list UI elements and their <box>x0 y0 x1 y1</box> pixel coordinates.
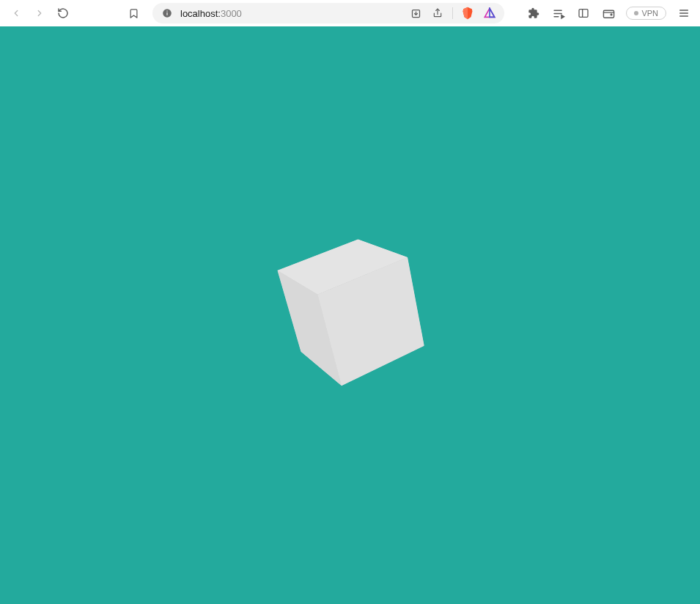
svg-rect-13 <box>603 10 614 18</box>
extensions-icon[interactable] <box>526 6 541 21</box>
svg-marker-6 <box>490 8 495 17</box>
menu-button[interactable] <box>677 6 691 21</box>
bookmark-button[interactable] <box>126 6 141 21</box>
address-bar[interactable]: localhost:3000 <box>152 3 504 23</box>
vpn-label: VPN <box>641 9 658 18</box>
url-text: localhost:3000 <box>180 8 402 19</box>
url-host: localhost: <box>180 8 221 19</box>
wallet-icon[interactable] <box>601 6 616 21</box>
svg-marker-10 <box>561 15 564 18</box>
svg-rect-11 <box>579 10 588 18</box>
vpn-button[interactable]: VPN <box>626 7 666 20</box>
address-bar-actions <box>408 6 497 21</box>
toolbar-divider <box>452 7 453 19</box>
nav-group <box>9 6 70 21</box>
playlist-icon[interactable] <box>551 6 566 21</box>
svg-rect-2 <box>166 11 167 12</box>
brave-shields-icon[interactable] <box>460 6 475 21</box>
cube-container <box>284 242 416 374</box>
sidebar-icon[interactable] <box>576 6 591 21</box>
toolbar-right: VPN <box>526 6 691 21</box>
site-info-icon[interactable] <box>160 6 174 21</box>
share-icon[interactable] <box>430 6 445 21</box>
svg-point-14 <box>611 14 612 15</box>
rotating-cube <box>273 224 415 391</box>
svg-rect-1 <box>166 12 167 15</box>
url-port: 3000 <box>221 8 242 19</box>
forward-button[interactable] <box>32 6 47 21</box>
brave-rewards-icon[interactable] <box>482 6 497 21</box>
page-viewport[interactable] <box>0 26 700 604</box>
browser-toolbar: localhost:3000 <box>0 0 700 26</box>
reload-button[interactable] <box>56 6 70 21</box>
install-icon[interactable] <box>408 6 423 21</box>
back-button[interactable] <box>9 6 23 21</box>
vpn-status-dot <box>634 11 638 15</box>
